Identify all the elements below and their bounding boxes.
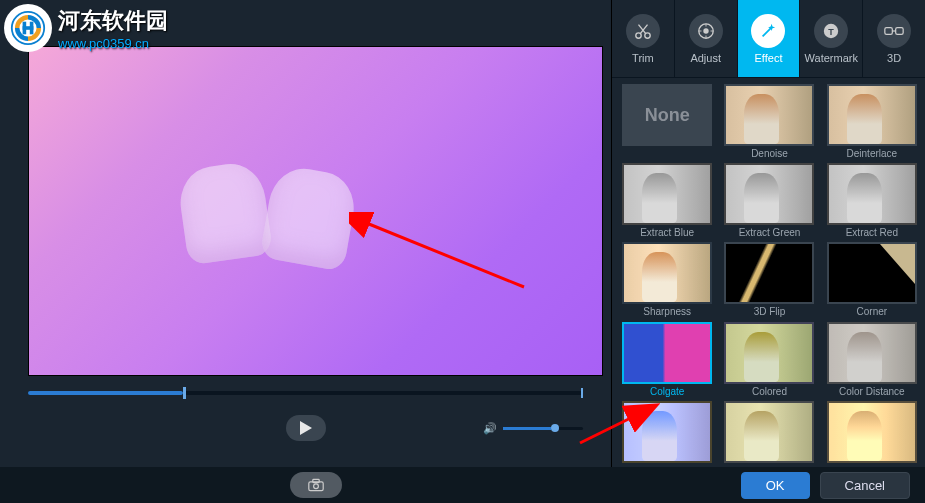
effect-thumb bbox=[827, 163, 917, 225]
watermark-icon: T bbox=[814, 14, 848, 48]
effect-item[interactable] bbox=[823, 401, 921, 463]
tab-effect[interactable]: Effect bbox=[738, 0, 801, 77]
timeline-progress bbox=[28, 391, 183, 395]
tab-label: Effect bbox=[755, 52, 783, 64]
timeline[interactable] bbox=[8, 391, 603, 395]
preview-panel: 🔊 bbox=[0, 0, 611, 503]
effect-label: Deinterlace bbox=[847, 148, 898, 159]
tab-trim[interactable]: Trim bbox=[612, 0, 675, 77]
tab-label: Adjust bbox=[690, 52, 721, 64]
effect-colored[interactable]: Colored bbox=[720, 322, 818, 397]
svg-text:T: T bbox=[829, 26, 835, 36]
effect-thumb bbox=[724, 84, 814, 146]
effect-color-distance[interactable]: Color Distance bbox=[823, 322, 921, 397]
effect-extract-blue[interactable]: Extract Blue bbox=[618, 163, 716, 238]
tab-watermark[interactable]: T Watermark bbox=[800, 0, 863, 77]
effect-label: 3D Flip bbox=[754, 306, 786, 317]
svg-rect-26 bbox=[313, 479, 319, 482]
effect-denoise[interactable]: Denoise bbox=[720, 84, 818, 159]
effect-item[interactable] bbox=[720, 401, 818, 463]
svg-marker-6 bbox=[300, 421, 312, 435]
tab-label: Watermark bbox=[805, 52, 858, 64]
ok-button[interactable]: OK bbox=[741, 472, 810, 499]
svg-line-8 bbox=[580, 406, 655, 443]
tab-label: 3D bbox=[887, 52, 901, 64]
effect-label: Colgate bbox=[650, 386, 684, 397]
effect-extract-green[interactable]: Extract Green bbox=[720, 163, 818, 238]
effect-label bbox=[666, 148, 669, 159]
tab-label: Trim bbox=[632, 52, 654, 64]
effect-thumb: None bbox=[622, 84, 712, 146]
effect-colgate[interactable]: Colgate bbox=[618, 322, 716, 397]
effect-label: Colored bbox=[752, 386, 787, 397]
play-button[interactable] bbox=[286, 415, 326, 441]
editor-tabs: Trim Adjust Effect T Watermark bbox=[612, 0, 925, 78]
svg-rect-3 bbox=[23, 26, 34, 30]
svg-line-5 bbox=[364, 222, 524, 287]
effect-thumb bbox=[724, 322, 814, 384]
watermark-url: www.pc0359.cn bbox=[58, 36, 168, 51]
effect-thumb bbox=[622, 322, 712, 384]
svg-point-14 bbox=[703, 28, 708, 33]
effect-thumb bbox=[827, 84, 917, 146]
effect-deinterlace[interactable]: Deinterlace bbox=[823, 84, 921, 159]
effect-label: Sharpness bbox=[643, 306, 691, 317]
effect-thumb bbox=[724, 401, 814, 463]
svg-rect-23 bbox=[896, 27, 904, 34]
tab-adjust[interactable]: Adjust bbox=[675, 0, 738, 77]
effect-none[interactable]: None bbox=[618, 84, 716, 159]
svg-point-27 bbox=[314, 484, 319, 489]
effect-extract-red[interactable]: Extract Red bbox=[823, 163, 921, 238]
watermark-logo-icon bbox=[4, 4, 52, 52]
effect-sharpness[interactable]: Sharpness bbox=[618, 242, 716, 317]
effect-thumb bbox=[622, 163, 712, 225]
effect-label: Denoise bbox=[751, 148, 788, 159]
camera-icon bbox=[308, 478, 324, 492]
volume-handle[interactable] bbox=[551, 424, 559, 432]
effect-thumb bbox=[827, 322, 917, 384]
effect-label: Extract Green bbox=[739, 227, 801, 238]
timeline-end-marker bbox=[581, 388, 583, 398]
effect-thumb bbox=[827, 242, 917, 304]
svg-rect-22 bbox=[885, 27, 893, 34]
watermark-title: 河东软件园 bbox=[58, 6, 168, 36]
effect-label: Color Distance bbox=[839, 386, 905, 397]
video-preview[interactable] bbox=[28, 46, 603, 376]
volume-icon: 🔊 bbox=[483, 422, 497, 435]
effect-thumb bbox=[724, 163, 814, 225]
bottom-toolbar: OK Cancel bbox=[0, 467, 925, 503]
site-watermark: 河东软件园 www.pc0359.cn bbox=[0, 0, 172, 56]
cancel-button[interactable]: Cancel bbox=[820, 472, 910, 499]
effect-label: Extract Red bbox=[846, 227, 898, 238]
adjust-icon bbox=[689, 14, 723, 48]
effect-thumb bbox=[827, 401, 917, 463]
effect-label: Corner bbox=[857, 306, 888, 317]
effect-3d-flip[interactable]: 3D Flip bbox=[720, 242, 818, 317]
svg-line-19 bbox=[763, 27, 772, 36]
magic-wand-icon bbox=[751, 14, 785, 48]
effect-corner[interactable]: Corner bbox=[823, 242, 921, 317]
effect-label: Extract Blue bbox=[640, 227, 694, 238]
snapshot-button[interactable] bbox=[290, 472, 342, 498]
effect-thumb bbox=[622, 242, 712, 304]
timeline-handle[interactable] bbox=[183, 387, 186, 399]
effect-thumb bbox=[724, 242, 814, 304]
scissors-icon bbox=[626, 14, 660, 48]
annotation-arrow-icon bbox=[575, 398, 665, 448]
tab-3d[interactable]: 3D bbox=[863, 0, 925, 77]
annotation-arrow-icon bbox=[349, 212, 529, 292]
volume-slider[interactable] bbox=[503, 427, 583, 430]
glasses-3d-icon bbox=[877, 14, 911, 48]
